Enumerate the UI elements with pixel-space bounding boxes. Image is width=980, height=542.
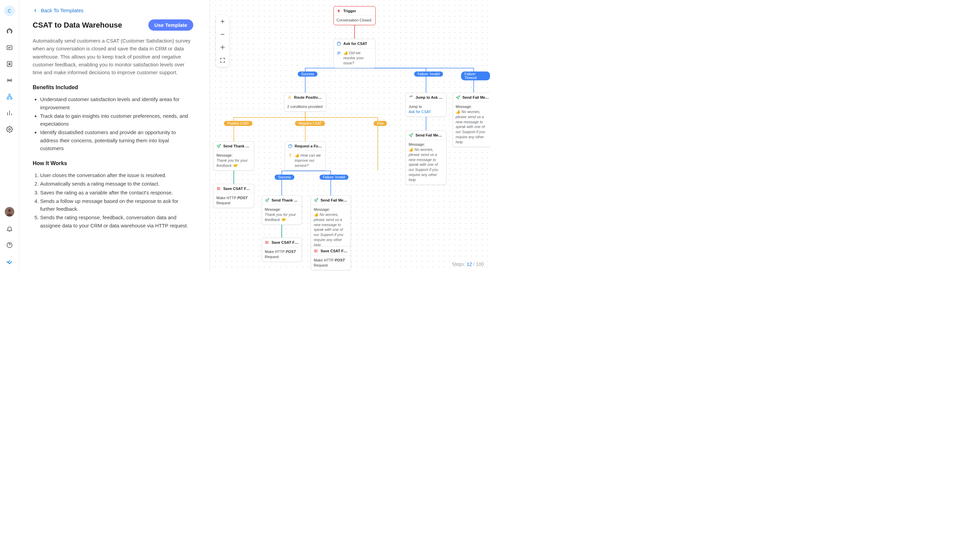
branch-success-2: Success [275,175,294,180]
bolt-icon [337,8,341,13]
sidebar-workflow[interactable] [3,90,16,104]
http-icon [314,249,318,253]
bell-icon [6,225,13,232]
how-item: Saves the rating as a variable after the… [40,189,193,196]
branch-failure-timeout: Failure: Timeout [461,72,490,80]
sidebar-logo[interactable] [3,255,16,268]
benefit-item: Track data to gain insights into custome… [40,112,193,128]
person-icon [5,207,14,217]
sidebar: C [0,0,19,271]
svg-point-3 [9,80,10,81]
benefits-heading: Benefits Included [33,84,193,91]
text-lines-icon [337,51,341,56]
node-save1[interactable]: Save CSAT Feedback 1 Make HTTP POST Requ… [213,184,254,208]
sidebar-help[interactable] [3,238,16,252]
http-icon [265,240,269,245]
flow-container: Trigger Conversation Closed Ask for CSAT… [210,0,490,271]
template-panel: Back To Templates CSAT to Data Warehouse… [19,0,210,271]
send-icon [216,143,221,148]
node-fail3[interactable]: Send Fail Message 3 Message:👍 No worries… [453,92,490,147]
branch-positive: Positive CSAT [224,121,253,126]
sidebar-broadcast[interactable] [3,73,16,87]
node-fail2[interactable]: Send Fail Message 2 Message:👍 No worries… [406,131,447,185]
send-icon [314,198,318,202]
sidebar-notifications[interactable] [3,222,16,236]
svg-rect-4 [8,94,10,96]
workspace-avatar[interactable]: C [4,5,15,16]
node-thank1[interactable]: Send Thank You Mess… Message:Thank you f… [213,141,254,171]
node-save3[interactable]: Save CSAT Feedback 3 Make HTTP POST Requ… [311,246,351,270]
how-item: Automatically sends a rating message to … [40,180,193,188]
use-template-button[interactable]: Use Template [148,19,193,31]
node-jump[interactable]: Jump to Ask for CSAT Jump toAsk for CSAT [406,92,447,117]
sidebar-reports[interactable] [3,106,16,120]
send-icon [456,95,460,100]
how-item: User closes the conversation after the i… [40,171,193,179]
branch-else: Else [374,121,387,126]
chevron-left-icon [33,8,38,13]
workflow-canvas[interactable]: Trigger Conversation Closed Ask for CSAT… [210,0,490,271]
message-icon [6,44,13,51]
user-avatar[interactable] [5,207,14,217]
jump-target-link[interactable]: Ask for CSAT [409,110,431,114]
broadcast-icon [6,77,13,84]
node-route[interactable]: Route Positive and Ne… 2 conditions prov… [284,92,326,112]
sidebar-settings[interactable] [3,123,16,136]
text-icon [288,153,293,158]
http-icon [216,186,221,191]
gauge-icon [6,28,13,35]
back-label: Back To Templates [41,8,83,13]
node-ask-csat[interactable]: Ask for CSAT 👍 Did we resolve your issue… [334,39,375,68]
sidebar-inbox[interactable] [3,41,16,54]
svg-point-8 [8,209,11,212]
help-icon [6,242,13,249]
howitworks-heading: How It Works [33,160,193,166]
benefit-item: Identify dissatisfied customers and prov… [40,128,193,152]
branch-failure-invalid: Failure: Invalid [414,72,443,77]
sidebar-dashboard[interactable] [3,24,16,38]
jump-icon [409,95,414,100]
node-followup[interactable]: Request a Follow Up F… 👍 How can we impr… [285,141,326,171]
node-thank2[interactable]: Send Thank You Mess… Message:Thank you f… [262,195,302,225]
send-icon [265,198,269,202]
chart-icon [6,110,13,116]
how-item: Sends a follow up message based on the r… [40,197,193,213]
howitworks-list: User closes the conversation after the i… [33,171,193,230]
send-icon [409,133,414,137]
node-save2[interactable]: Save CSAT Feedback 2 Make HTTP POST Requ… [262,238,302,262]
svg-rect-6 [10,98,12,99]
template-description: Automatically send customers a CSAT (Cus… [33,37,193,76]
contact-icon [6,61,13,67]
double-check-icon [6,258,13,265]
svg-point-7 [8,129,10,131]
sidebar-contacts[interactable] [3,57,16,71]
back-link[interactable]: Back To Templates [33,8,193,13]
node-fail1[interactable]: Send Fail Message 1 Message:👍 No worries… [311,195,351,250]
node-trigger[interactable]: Trigger Conversation Closed [334,6,375,25]
branch-icon [287,95,292,100]
question-icon [337,41,341,46]
svg-point-20 [315,250,315,251]
branch-success: Success [298,72,318,77]
svg-point-21 [315,252,315,252]
branch-failure-invalid-2: Failure: Invalid [320,175,348,180]
gear-icon [6,126,13,133]
svg-rect-0 [7,46,12,50]
branch-negative: Negative CSAT [295,121,325,126]
question-icon [288,143,293,148]
how-item: Sends the rating response, feedback, con… [40,214,193,230]
benefit-item: Understand customer satisfaction levels … [40,95,193,111]
svg-rect-5 [7,98,8,99]
page-title: CSAT to Data Warehouse [33,21,122,30]
steps-counter: Steps: 12 / 100 [452,261,484,267]
workflow-icon [6,93,13,100]
svg-point-2 [8,63,10,64]
benefits-list: Understand customer satisfaction levels … [33,95,193,152]
